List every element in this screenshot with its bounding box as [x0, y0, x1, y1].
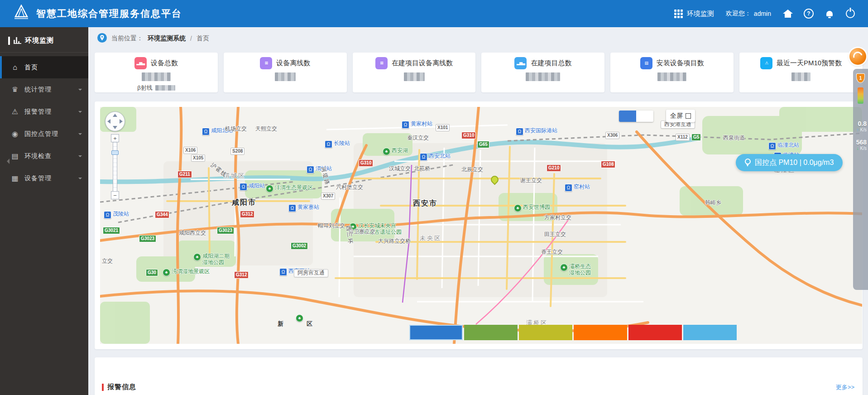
map-marker[interactable]: 西安湖 — [383, 148, 408, 155]
stat-value-redacted — [610, 72, 734, 83]
map-marker: 立交 — [102, 258, 113, 265]
map-marker: 北辰立交 — [461, 167, 483, 173]
map-marker[interactable]: 咸阳站 — [240, 183, 265, 191]
sidebar-item[interactable]: ◉ 国控点管理 — [0, 123, 88, 145]
app-switcher[interactable]: 环境监测 — [674, 10, 714, 18]
collapse-arrow-icon[interactable] — [4, 159, 10, 164]
map-marker: 韩峪乡 — [705, 200, 721, 206]
help-button[interactable] — [804, 9, 814, 19]
map-marker: X101 — [436, 124, 450, 131]
map-marker: G3021 — [103, 227, 120, 234]
map-marker: X307 — [321, 193, 335, 200]
map-marker[interactable] — [491, 176, 500, 183]
stat-value-redacted — [481, 72, 604, 83]
park-icon — [163, 269, 170, 276]
map-marker: G3002 — [291, 242, 308, 250]
map-marker[interactable]: 西安世博园 — [514, 204, 550, 212]
username: admin — [754, 10, 771, 17]
stats-medal-icon: ♛ — [10, 85, 20, 94]
home-icon: ⌂ — [10, 63, 20, 72]
fullscreen-button[interactable]: 全屏 — [666, 110, 695, 122]
map-marker[interactable]: 茂陵站 — [104, 211, 129, 219]
net-speed-panel[interactable]: 1 0.8 ↑ K/s 568 ↓ K/s — [853, 69, 868, 290]
sidebar-item[interactable]: ♛ 统计管理 — [0, 78, 88, 101]
map-type-button[interactable] — [636, 111, 653, 122]
sidebar-menu: ⌂ 首页 ♛ 统计管理 ⚠ 报警管理 ◉ 国控点管理 ▤ 环境检查 ▦ — [0, 53, 88, 189]
map-marker[interactable]: 沣渭生态景观区 — [266, 185, 313, 193]
metro-station-icon — [307, 166, 314, 173]
park-icon — [383, 148, 390, 155]
map-marker: X306 — [605, 132, 619, 139]
map-marker[interactable]: 渭城站 — [307, 166, 332, 173]
stat-card: ▤ 安装设备项目数 — [610, 53, 734, 92]
map-filter-buttons — [409, 325, 737, 340]
map-marker: 未央区 — [420, 235, 441, 242]
sidebar-item[interactable]: ▦ 设备管理 — [0, 167, 88, 189]
alarm-more-link[interactable]: 更多>> — [836, 383, 854, 391]
map-marker[interactable] — [296, 314, 305, 322]
map-marker[interactable]: 黄家村站 — [402, 121, 432, 129]
map-marker: G310 — [461, 132, 476, 139]
map-marker: 天熙立交 — [255, 126, 277, 132]
map-filter-button[interactable] — [409, 325, 463, 340]
metro-station-icon — [288, 204, 296, 212]
zoom-in-button[interactable]: + — [111, 134, 119, 142]
sidebar-item[interactable]: ⚠ 报警管理 — [0, 101, 88, 123]
map-card: 咸阳北站 黄家村站 西安国际港站 长陵站 渭城站 西安北站 — [95, 101, 863, 349]
pan-up-icon[interactable] — [113, 114, 117, 117]
map-marker[interactable]: 西安国际港站 — [516, 128, 557, 135]
logout-button[interactable] — [845, 9, 855, 19]
map[interactable]: 咸阳北站 黄家村站 西安国际港站 长陵站 渭城站 西安北站 — [100, 107, 862, 344]
map-marker[interactable]: 灞桥生态 湿地公园 — [560, 264, 591, 276]
map-marker[interactable]: 黄家寨站 — [288, 204, 319, 212]
map-marker: 西泉街道 — [723, 135, 745, 141]
chevron-down-icon — [78, 155, 82, 159]
breadcrumb-system[interactable]: 环境监测系统 — [148, 34, 186, 43]
metro-station-icon — [104, 211, 111, 219]
map-filter-button[interactable] — [574, 325, 627, 340]
stat-card: ⊠ 设备离线数 — [224, 53, 347, 92]
stat-cards: ▂▅▃ 设备总数 β射线 ⊠ 设备离线数 ⊠ 在建项目设备离线数 — [95, 53, 863, 92]
metro-station-icon — [240, 183, 247, 191]
map-marker: 西安市 — [413, 199, 437, 207]
map-marker[interactable]: 窑村站 — [565, 184, 590, 192]
welcome-text: 欢迎您： admin — [726, 10, 771, 18]
notifications-button[interactable] — [825, 9, 834, 19]
park-icon — [193, 253, 201, 261]
map-marker: X112 — [676, 134, 690, 141]
map-marker[interactable]: 涝渭湿地景观区 — [163, 269, 210, 276]
map-filter-button[interactable] — [683, 325, 737, 340]
map-type-button[interactable] — [619, 111, 636, 122]
map-pan-control[interactable] — [105, 111, 125, 131]
location-pin-icon — [97, 33, 107, 44]
map-filter-button[interactable] — [464, 325, 518, 340]
metro-station-icon — [768, 142, 776, 150]
pan-left-icon[interactable] — [107, 119, 110, 124]
inspection-doc-icon: ▤ — [10, 152, 20, 160]
home-button[interactable] — [783, 9, 793, 19]
metro-station-icon — [420, 153, 427, 161]
pan-right-icon[interactable] — [120, 119, 123, 124]
map-marker: G3023 — [217, 227, 234, 234]
down-arrow-icon: ↓ — [857, 146, 859, 151]
map-marker[interactable]: 长陵站 — [325, 140, 350, 148]
bell-icon — [826, 11, 833, 16]
security-ball-icon[interactable] — [849, 48, 866, 65]
map-marker[interactable]: 西安北站 — [420, 153, 451, 161]
sidebar-title: 环境监测 — [25, 36, 54, 45]
pan-down-icon[interactable] — [113, 126, 117, 129]
zoom-slider[interactable] — [113, 142, 117, 191]
sidebar-item[interactable]: ▤ 环境检查 — [0, 145, 88, 167]
map-marker: 机场立交 — [225, 126, 247, 132]
metro-station-icon — [325, 140, 332, 148]
map-marker[interactable]: 咸阳湖二期 湿地公园 — [193, 253, 230, 266]
zoom-out-button[interactable]: − — [111, 191, 119, 199]
map-filter-button[interactable] — [628, 325, 682, 340]
logo-icon — [13, 5, 30, 23]
map-filter-button[interactable] — [519, 325, 572, 340]
monitor-offline-icon: ⊠ — [375, 57, 388, 69]
zoom-slider-handle[interactable] — [111, 150, 119, 155]
map-marker[interactable]: 临潼北站 — [768, 142, 799, 150]
map-marker: G310 — [359, 159, 373, 167]
sidebar-item[interactable]: ⌂ 首页 — [0, 56, 88, 78]
